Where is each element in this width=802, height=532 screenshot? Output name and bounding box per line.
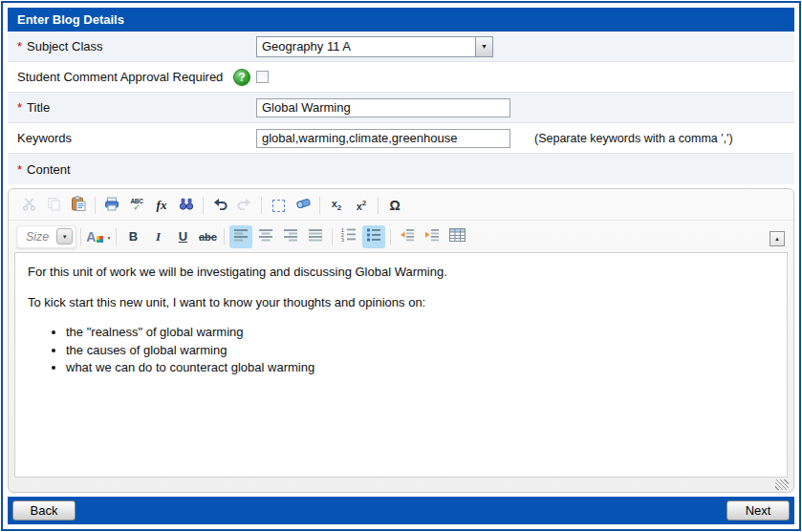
align-left-icon — [234, 228, 249, 245]
help-icon[interactable]: ? — [233, 69, 250, 86]
font-size-select[interactable]: Size ▼ — [16, 225, 76, 248]
chevron-down-icon: ▼ — [481, 43, 488, 50]
select-all-button[interactable] — [267, 194, 290, 217]
keywords-input[interactable] — [256, 129, 510, 148]
cut-button[interactable] — [17, 194, 40, 217]
remove-format-button[interactable] — [292, 194, 314, 217]
undo-button[interactable] — [208, 194, 231, 217]
chevron-up-icon: ▲ — [774, 236, 780, 242]
font-size-dropdown-button[interactable]: ▼ — [56, 228, 73, 245]
text-color-button[interactable]: A ▼ — [86, 225, 111, 248]
formula-button[interactable]: fx — [150, 194, 173, 217]
chevron-down-icon: ▼ — [106, 235, 111, 241]
toolbar-separator — [203, 197, 204, 214]
keywords-label: Keywords — [17, 131, 72, 145]
align-center-button[interactable] — [254, 225, 277, 248]
editor-bullet-item: what we can do to counteract global warm… — [66, 359, 774, 376]
editor-toolbar-row2: Size ▼ A ▼ B I U abc 123 — [9, 221, 793, 252]
text-color-icon: A ▼ — [86, 230, 111, 244]
color-swatch-dots — [97, 236, 103, 243]
formula-icon: fx — [157, 198, 167, 213]
editor-bottom-bar — [9, 478, 793, 492]
italic-icon: I — [156, 229, 161, 245]
editor-paragraph: To kick start this new unit, I want to k… — [28, 294, 774, 311]
collapse-toolbar-button[interactable]: ▲ — [769, 231, 785, 246]
superscript-button[interactable]: x2 — [350, 194, 373, 217]
editor-toolbar-row1: ABC✓ fx x2 x2 Ω — [9, 191, 793, 221]
underline-icon: U — [179, 229, 187, 244]
insert-table-button[interactable] — [445, 225, 468, 248]
toolbar-separator — [80, 228, 81, 245]
redo-arrow-icon — [237, 197, 252, 214]
required-asterisk: * — [17, 39, 22, 53]
approval-label: Student Comment Approval Required — [17, 70, 223, 84]
back-button[interactable]: Back — [12, 500, 76, 521]
title-input[interactable] — [256, 98, 510, 117]
numbered-list-button[interactable]: 123 — [337, 225, 360, 248]
subject-class-dropdown-button[interactable]: ▼ — [475, 37, 492, 56]
align-left-button[interactable] — [229, 225, 252, 248]
subject-class-selected-value: Geography 11 A — [257, 37, 475, 56]
toolbar-separator — [390, 228, 391, 245]
printer-icon — [104, 197, 119, 215]
subscript-button[interactable]: x2 — [325, 194, 348, 217]
row-approval: Student Comment Approval Required ? — [8, 62, 794, 93]
subject-class-select[interactable]: Geography 11 A ▼ — [256, 36, 493, 57]
outdent-icon — [400, 228, 415, 245]
italic-button[interactable]: I — [146, 225, 169, 248]
keywords-labelcol: Keywords — [17, 131, 256, 145]
toolbar-separator — [224, 228, 225, 245]
align-right-icon — [284, 228, 298, 245]
approval-checkbox[interactable] — [256, 71, 269, 83]
special-character-button[interactable]: Ω — [383, 194, 406, 217]
find-button[interactable] — [175, 194, 198, 217]
outdent-button[interactable] — [396, 225, 419, 248]
toolbar-separator — [319, 197, 320, 214]
row-keywords: Keywords (Separate keywords with a comma… — [8, 123, 794, 154]
dialog-footer: Back Next — [8, 497, 794, 524]
bold-button[interactable]: B — [121, 225, 144, 248]
dialog-title: Enter Blog Details — [17, 12, 124, 27]
align-center-icon — [259, 228, 273, 245]
resize-grip-icon[interactable] — [775, 479, 789, 490]
toolbar-separator — [116, 228, 117, 245]
editor-content-area[interactable]: For this unit of work we will be investi… — [14, 252, 788, 478]
binoculars-icon — [179, 197, 194, 214]
keywords-hint: (Separate keywords with a comma ',') — [534, 132, 733, 145]
next-button[interactable]: Next — [726, 500, 790, 521]
justify-icon — [309, 228, 323, 245]
screen: Enter Blog Details * Subject Class Geogr… — [0, 0, 802, 532]
bold-icon: B — [129, 229, 138, 244]
superscript-icon: x2 — [357, 199, 367, 212]
align-right-button[interactable] — [279, 225, 302, 248]
toolbar-separator — [332, 228, 333, 245]
bullet-list-icon — [366, 227, 381, 245]
question-mark-glyph: ? — [238, 71, 245, 84]
select-all-icon — [272, 200, 285, 212]
content-labelcol: * Content — [17, 162, 256, 177]
spellcheck-button[interactable]: ABC✓ — [125, 194, 148, 217]
print-button[interactable] — [100, 194, 123, 217]
title-label: Title — [27, 100, 50, 115]
justify-button[interactable] — [304, 225, 327, 248]
undo-arrow-icon — [212, 197, 228, 214]
bullet-list-button[interactable] — [362, 225, 385, 248]
redo-button[interactable] — [233, 194, 256, 217]
underline-button[interactable]: U — [171, 225, 194, 248]
subject-class-labelcol: * Subject Class — [17, 39, 256, 53]
required-asterisk: * — [17, 162, 22, 177]
strikethrough-icon: abc — [199, 231, 217, 243]
toolbar-separator — [95, 197, 96, 214]
editor-paragraph: For this unit of work we will be investi… — [28, 264, 774, 281]
rich-text-editor: ABC✓ fx x2 x2 Ω Size ▼ A — [8, 188, 794, 493]
required-asterisk: * — [17, 100, 22, 115]
spellcheck-icon: ABC✓ — [130, 199, 142, 213]
subject-class-label: Subject Class — [27, 39, 102, 53]
strikethrough-button[interactable]: abc — [196, 225, 219, 248]
paste-button[interactable] — [67, 194, 90, 217]
approval-labelcol: Student Comment Approval Required ? — [17, 69, 256, 86]
copy-button[interactable] — [42, 194, 65, 217]
indent-button[interactable] — [421, 225, 444, 248]
content-label: Content — [27, 162, 71, 177]
row-title: * Title — [8, 93, 794, 123]
